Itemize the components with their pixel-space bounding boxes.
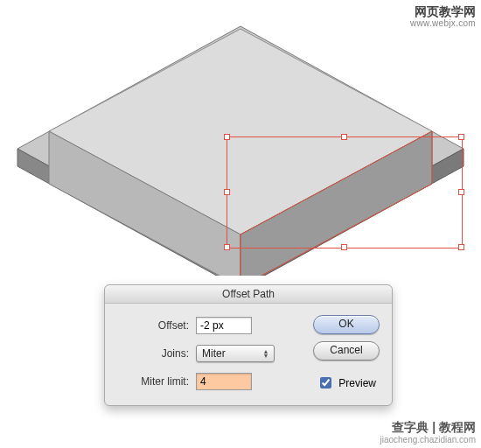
ok-button-label: OK <box>338 318 353 330</box>
watermark-bottom-en: jiaocheng.chazidian.com <box>380 435 476 445</box>
joins-select[interactable]: Miter ▲▼ <box>196 345 275 362</box>
preview-checkbox[interactable] <box>320 377 331 388</box>
up-down-arrows-icon: ▲▼ <box>260 349 272 358</box>
selection-bbox[interactable] <box>227 136 463 248</box>
preview-label: Preview <box>338 377 376 389</box>
miter-limit-label: Miter limit: <box>117 375 189 388</box>
artboard[interactable] <box>9 9 472 276</box>
sel-handle[interactable] <box>458 244 464 250</box>
joins-label: Joins: <box>117 347 189 360</box>
sel-handle[interactable] <box>458 134 464 140</box>
preview-row[interactable]: Preview <box>317 374 376 391</box>
sel-handle[interactable] <box>458 189 464 195</box>
miter-limit-input[interactable] <box>196 373 252 390</box>
sel-handle[interactable] <box>341 244 347 250</box>
sel-handle[interactable] <box>224 189 230 195</box>
dialog-buttons: OK Cancel <box>313 315 380 360</box>
cancel-button[interactable]: Cancel <box>313 341 380 360</box>
dialog-titlebar[interactable]: Offset Path <box>105 285 392 304</box>
offset-input[interactable] <box>196 317 252 334</box>
watermark-bottom: 查字典 | 教程网 jiaocheng.chazidian.com <box>380 420 476 444</box>
dialog-title: Offset Path <box>222 288 275 300</box>
sel-handle[interactable] <box>224 244 230 250</box>
offset-label: Offset: <box>117 319 189 332</box>
joins-value: Miter <box>202 347 226 360</box>
cancel-button-label: Cancel <box>330 344 362 356</box>
watermark-bottom-cn: 查字典 | 教程网 <box>380 420 476 434</box>
ok-button[interactable]: OK <box>313 315 380 334</box>
sel-handle[interactable] <box>341 134 347 140</box>
offset-path-dialog: Offset Path Offset: Joins: Miter ▲▼ Mite… <box>104 284 393 406</box>
dialog-body: Offset: Joins: Miter ▲▼ Miter limit: OK … <box>105 304 392 405</box>
sel-handle[interactable] <box>224 134 230 140</box>
